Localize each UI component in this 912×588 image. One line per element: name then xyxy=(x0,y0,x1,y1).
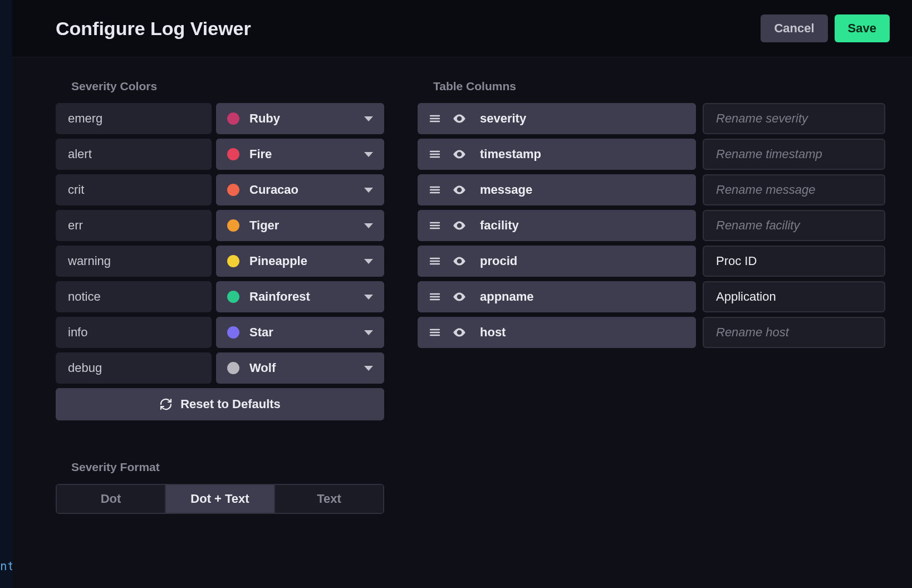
drag-handle-icon xyxy=(428,111,442,126)
rename-column-input[interactable] xyxy=(703,210,885,241)
visibility-eye-icon[interactable] xyxy=(452,325,467,340)
severity-color-name: Curacao xyxy=(249,183,364,197)
rename-column-input[interactable] xyxy=(703,103,885,134)
svg-point-15 xyxy=(458,224,460,227)
table-column-name: message xyxy=(480,183,532,197)
table-columns-column: Table Columns severity timestamp message… xyxy=(418,80,885,566)
modal-body: Severity Colors emerg Ruby alert Fire cr… xyxy=(12,57,912,588)
rename-column-input[interactable] xyxy=(703,317,885,348)
color-swatch-icon xyxy=(227,184,239,196)
reset-to-defaults-button[interactable]: Reset to Defaults xyxy=(56,388,384,420)
severity-format-section: Severity Format Dot Dot + Text Text xyxy=(56,460,384,514)
refresh-icon xyxy=(159,398,173,411)
rename-column-input[interactable] xyxy=(703,246,885,277)
table-column-handle[interactable]: facility xyxy=(418,210,696,241)
severity-color-dropdown[interactable]: Wolf xyxy=(216,352,384,384)
severity-row: alert Fire xyxy=(56,139,384,170)
severity-colors-column: Severity Colors emerg Ruby alert Fire cr… xyxy=(56,80,384,566)
severity-color-dropdown[interactable]: Tiger xyxy=(216,210,384,241)
severity-row: info Star xyxy=(56,317,384,348)
svg-point-11 xyxy=(458,189,460,191)
chevron-down-icon xyxy=(364,366,373,371)
chevron-down-icon xyxy=(364,223,373,228)
severity-color-name: Rainforest xyxy=(249,290,364,304)
color-swatch-icon xyxy=(227,148,239,160)
visibility-eye-icon[interactable] xyxy=(452,290,467,304)
table-column-row: appname xyxy=(418,281,885,312)
color-swatch-icon xyxy=(227,291,239,303)
chevron-down-icon xyxy=(364,330,373,335)
color-swatch-icon xyxy=(227,362,239,374)
drag-handle-icon xyxy=(428,290,442,304)
drag-handle-icon xyxy=(428,218,442,233)
color-swatch-icon xyxy=(227,255,239,267)
rename-column-input[interactable] xyxy=(703,139,885,170)
table-column-handle[interactable]: procid xyxy=(418,246,696,277)
severity-format-heading: Severity Format xyxy=(71,460,384,474)
format-option-dot[interactable]: Dot xyxy=(57,485,166,513)
drag-handle-icon xyxy=(428,254,442,268)
table-column-name: facility xyxy=(480,218,519,233)
severity-format-segmented: Dot Dot + Text Text xyxy=(56,484,384,514)
table-columns-heading: Table Columns xyxy=(433,80,885,93)
visibility-eye-icon[interactable] xyxy=(452,183,467,197)
color-swatch-icon xyxy=(227,112,239,125)
severity-level-label: debug xyxy=(56,352,212,384)
rename-column-input[interactable] xyxy=(703,281,885,312)
format-option-text[interactable]: Text xyxy=(275,485,383,513)
severity-color-dropdown[interactable]: Star xyxy=(216,317,384,348)
format-option-dot-text[interactable]: Dot + Text xyxy=(166,485,275,513)
reset-to-defaults-label: Reset to Defaults xyxy=(180,397,281,411)
severity-color-dropdown[interactable]: Ruby xyxy=(216,103,384,134)
modal-header: Configure Log Viewer Cancel Save xyxy=(12,0,912,57)
modal-title: Configure Log Viewer xyxy=(56,18,251,40)
table-column-row: timestamp xyxy=(418,139,885,170)
table-column-handle[interactable]: timestamp xyxy=(418,139,696,170)
save-button[interactable]: Save xyxy=(835,14,890,42)
svg-point-19 xyxy=(458,260,460,262)
severity-color-name: Wolf xyxy=(249,361,364,375)
severity-level-label: crit xyxy=(56,174,212,205)
severity-row: crit Curacao xyxy=(56,174,384,205)
svg-point-27 xyxy=(458,331,460,334)
severity-color-name: Fire xyxy=(249,147,364,161)
modal-actions: Cancel Save xyxy=(761,14,890,42)
table-column-handle[interactable]: host xyxy=(418,317,696,348)
chevron-down-icon xyxy=(364,188,373,193)
table-column-handle[interactable]: message xyxy=(418,174,696,205)
severity-row: emerg Ruby xyxy=(56,103,384,134)
severity-row: notice Rainforest xyxy=(56,281,384,312)
severity-level-label: alert xyxy=(56,139,212,170)
severity-color-dropdown[interactable]: Fire xyxy=(216,139,384,170)
severity-color-name: Pineapple xyxy=(249,254,364,268)
svg-point-23 xyxy=(458,296,460,298)
cancel-button[interactable]: Cancel xyxy=(761,14,827,42)
table-column-name: severity xyxy=(480,111,526,126)
table-column-row: severity xyxy=(418,103,885,134)
severity-color-dropdown[interactable]: Rainforest xyxy=(216,281,384,312)
visibility-eye-icon[interactable] xyxy=(452,254,467,268)
visibility-eye-icon[interactable] xyxy=(452,218,467,233)
severity-level-label: warning xyxy=(56,246,212,277)
chevron-down-icon xyxy=(364,259,373,264)
visibility-eye-icon[interactable] xyxy=(452,147,467,161)
table-column-name: timestamp xyxy=(480,147,541,161)
table-column-handle[interactable]: severity xyxy=(418,103,696,134)
table-column-handle[interactable]: appname xyxy=(418,281,696,312)
severity-color-dropdown[interactable]: Curacao xyxy=(216,174,384,205)
severity-row: warning Pineapple xyxy=(56,246,384,277)
severity-level-label: notice xyxy=(56,281,212,312)
chevron-down-icon xyxy=(364,152,373,157)
drag-handle-icon xyxy=(428,183,442,197)
severity-level-label: info xyxy=(56,317,212,348)
severity-color-name: Tiger xyxy=(249,218,364,233)
visibility-eye-icon[interactable] xyxy=(452,111,467,126)
table-column-row: procid xyxy=(418,246,885,277)
severity-color-dropdown[interactable]: Pineapple xyxy=(216,246,384,277)
severity-level-label: emerg xyxy=(56,103,212,134)
chevron-down-icon xyxy=(364,116,373,121)
severity-color-name: Star xyxy=(249,325,364,340)
table-column-name: host xyxy=(480,325,506,340)
chevron-down-icon xyxy=(364,295,373,300)
rename-column-input[interactable] xyxy=(703,174,885,205)
